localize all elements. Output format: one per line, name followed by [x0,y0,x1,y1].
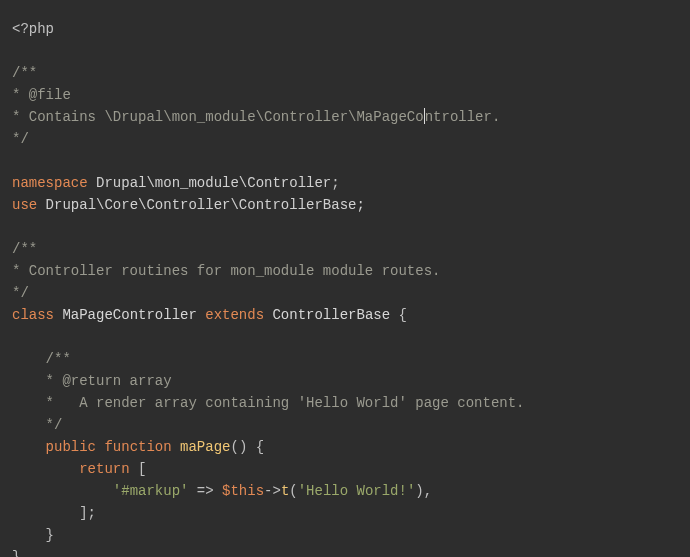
paren-open: ( [289,483,297,499]
class-name: MaPageController [54,307,205,323]
bracket-open: [ [130,461,147,477]
paren-brace: () { [230,439,264,455]
space [172,439,180,455]
kw-class: class [12,307,54,323]
code-editor[interactable]: <?php /** * @file * Contains \Drupal\mon… [0,0,690,557]
semicolon: ; [331,175,339,191]
brace-open: { [398,307,406,323]
kw-namespace: namespace [12,175,88,191]
indent [12,439,46,455]
docblock-method: /** * @return array * A render array con… [12,351,524,433]
string-hello: 'Hello World!' [298,483,416,499]
var-this: $this [222,483,264,499]
kw-public: public [46,439,96,455]
brace-close-method: } [12,527,54,543]
arrow-obj: -> [264,483,281,499]
namespace-path: Drupal\mon_module\Controller [88,175,332,191]
bracket-close: ]; [12,505,96,521]
string-markup-key: '#markup' [113,483,189,499]
kw-return: return [79,461,129,477]
arrow-assoc: => [188,483,222,499]
kw-use: use [12,197,37,213]
paren-close: ), [415,483,432,499]
kw-extends: extends [205,307,264,323]
php-open-tag: <?php [12,21,54,37]
docblock-class: /** * Controller routines for mon_module… [12,241,440,301]
docblock-file: /** * @file * Contains \Drupal\mon_modul… [12,65,500,147]
indent [12,461,79,477]
use-path: Drupal\Core\Controller\ControllerBase; [37,197,365,213]
kw-function: function [104,439,171,455]
method-name: maPage [180,439,230,455]
indent [12,483,113,499]
brace-close-class: } [12,549,20,557]
base-class: ControllerBase [264,307,398,323]
